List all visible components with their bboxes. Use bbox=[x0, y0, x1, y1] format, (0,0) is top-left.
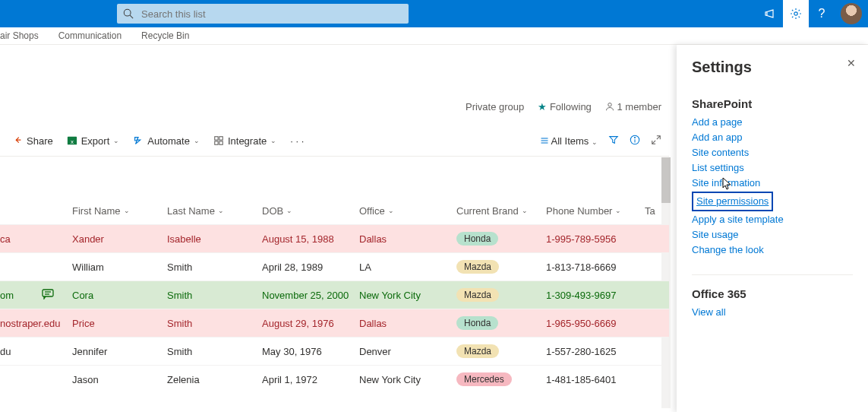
cell-phone: 1-813-718-6669 bbox=[546, 261, 645, 273]
svg-rect-16 bbox=[43, 290, 53, 296]
col-dob[interactable]: DOB⌄ bbox=[262, 205, 359, 217]
cell-last: Smith bbox=[167, 346, 262, 357]
settings-link[interactable]: Site contents bbox=[692, 145, 853, 160]
automate-button[interactable]: Automate ⌄ bbox=[128, 132, 204, 150]
divider bbox=[692, 274, 853, 275]
cell-phone: 1-557-280-1625 bbox=[546, 346, 645, 357]
nav-item[interactable]: Communication bbox=[58, 30, 122, 41]
cell-first: Xander bbox=[72, 233, 167, 245]
site-nav: air Shops Communication Recycle Bin bbox=[0, 27, 868, 45]
settings-panel: ✕ Settings SharePoint Add a pageAdd an a… bbox=[677, 45, 868, 412]
view-selector[interactable]: All Items ⌄ bbox=[540, 135, 598, 147]
info-icon[interactable] bbox=[630, 135, 640, 147]
expand-icon[interactable] bbox=[651, 135, 661, 147]
table-row[interactable]: WilliamSmithApril 28, 1989LAMazda1-813-7… bbox=[0, 252, 669, 280]
panel-title: Settings bbox=[692, 59, 853, 76]
panel-section-sharepoint: SharePoint bbox=[692, 97, 853, 110]
share-button[interactable]: Share bbox=[8, 132, 58, 150]
svg-rect-6 bbox=[215, 137, 218, 140]
cell-dob: May 30, 1976 bbox=[262, 346, 359, 357]
settings-link[interactable]: View all bbox=[692, 305, 853, 320]
table-row[interactable]: nostraper.eduPriceSmithAugust 29, 1976Da… bbox=[0, 309, 669, 337]
cell-office: Denver bbox=[359, 346, 456, 357]
chat-icon[interactable] bbox=[42, 289, 72, 302]
search-icon bbox=[123, 8, 134, 19]
svg-rect-7 bbox=[219, 137, 223, 140]
cell-brand: Mercedes bbox=[456, 372, 546, 386]
cell-office: LA bbox=[359, 261, 456, 273]
cell-phone: 1-309-493-9697 bbox=[546, 290, 645, 301]
cell-last: Zelenia bbox=[167, 374, 262, 385]
svg-point-3 bbox=[608, 103, 612, 107]
col-last-name[interactable]: Last Name⌄ bbox=[167, 205, 262, 217]
cell-dob: August 15, 1988 bbox=[262, 233, 359, 245]
settings-link[interactable]: Add an app bbox=[692, 130, 853, 145]
cell-dob: April 28, 1989 bbox=[262, 261, 359, 273]
nav-item[interactable]: Recycle Bin bbox=[141, 30, 189, 41]
more-button[interactable]: · · · bbox=[286, 132, 308, 150]
settings-link[interactable]: Site usage bbox=[692, 227, 853, 242]
cell-partial: om bbox=[0, 290, 42, 301]
cell-last: Smith bbox=[167, 290, 262, 301]
cell-office: New York City bbox=[359, 374, 456, 385]
cell-last: Smith bbox=[167, 318, 262, 329]
integrate-button[interactable]: Integrate ⌄ bbox=[209, 132, 281, 150]
table-row[interactable]: JasonZeleniaApril 1, 1972New York CityMe… bbox=[0, 365, 669, 393]
cell-brand: Mazda bbox=[456, 260, 546, 274]
site-status: Private group ★ Following 1 member bbox=[466, 101, 661, 113]
col-phone[interactable]: Phone Number⌄ bbox=[546, 205, 645, 217]
cell-first: Cora bbox=[72, 290, 167, 301]
col-brand[interactable]: Current Brand⌄ bbox=[456, 205, 546, 217]
app-header: ? bbox=[0, 0, 868, 27]
svg-point-15 bbox=[634, 137, 635, 138]
avatar[interactable] bbox=[841, 3, 862, 24]
settings-link[interactable]: List settings bbox=[692, 160, 853, 176]
cell-partial: du bbox=[0, 346, 42, 357]
settings-link[interactable]: Change the look bbox=[692, 242, 853, 258]
gear-icon[interactable] bbox=[783, 0, 809, 27]
table-row[interactable]: omCoraSmithNovember 25, 2000New York Cit… bbox=[0, 280, 669, 309]
nav-item[interactable]: air Shops bbox=[0, 30, 39, 41]
cell-last: Isabelle bbox=[167, 233, 262, 245]
scrollbar-thumb[interactable] bbox=[661, 157, 671, 203]
col-extra[interactable]: Ta bbox=[645, 205, 668, 217]
cell-phone: 1-965-950-6669 bbox=[546, 318, 645, 329]
cell-first: Jason bbox=[72, 374, 167, 385]
cell-dob: April 1, 1972 bbox=[262, 374, 359, 385]
table-row[interactable]: duJenniferSmithMay 30, 1976DenverMazda1-… bbox=[0, 337, 669, 365]
cell-first: Jennifer bbox=[72, 346, 167, 357]
settings-link[interactable]: Add a page bbox=[692, 115, 853, 130]
cell-office: Dallas bbox=[359, 233, 456, 245]
svg-line-1 bbox=[130, 15, 133, 18]
cell-brand: Honda bbox=[456, 316, 546, 330]
cell-first: Price bbox=[72, 318, 167, 329]
cell-phone: 1-481-185-6401 bbox=[546, 374, 645, 385]
command-bar: Share xExport ⌄ Automate ⌄ Integrate ⌄ ·… bbox=[0, 125, 669, 157]
search-box[interactable] bbox=[117, 4, 409, 24]
settings-link[interactable]: Apply a site template bbox=[692, 212, 853, 227]
svg-point-0 bbox=[124, 9, 131, 16]
settings-link[interactable]: Site information bbox=[692, 176, 853, 191]
settings-link[interactable]: Site permissions bbox=[692, 192, 773, 211]
col-first-name[interactable]: First Name⌄ bbox=[72, 205, 167, 217]
cell-dob: November 25, 2000 bbox=[262, 290, 359, 301]
export-button[interactable]: xExport ⌄ bbox=[62, 132, 125, 150]
list-table: First Name⌄ Last Name⌄ DOB⌄ Office⌄ Curr… bbox=[0, 197, 669, 393]
megaphone-icon[interactable] bbox=[757, 0, 783, 27]
cell-first: William bbox=[72, 261, 167, 273]
table-row[interactable]: caXanderIsabelleAugust 15, 1988DallasHon… bbox=[0, 224, 669, 252]
svg-text:x: x bbox=[71, 138, 74, 145]
svg-rect-9 bbox=[219, 141, 223, 144]
cell-last: Smith bbox=[167, 261, 262, 273]
panel-section-office365: Office 365 bbox=[692, 287, 853, 300]
member-count[interactable]: 1 member bbox=[605, 101, 661, 113]
help-icon[interactable]: ? bbox=[809, 0, 835, 27]
following-status[interactable]: ★ Following bbox=[538, 101, 592, 113]
search-input[interactable] bbox=[140, 8, 409, 21]
filter-icon[interactable] bbox=[608, 135, 619, 147]
close-icon[interactable]: ✕ bbox=[847, 57, 856, 69]
cell-brand: Mazda bbox=[456, 344, 546, 358]
group-privacy: Private group bbox=[466, 101, 524, 113]
col-office[interactable]: Office⌄ bbox=[359, 205, 456, 217]
cell-partial: ca bbox=[0, 233, 42, 245]
